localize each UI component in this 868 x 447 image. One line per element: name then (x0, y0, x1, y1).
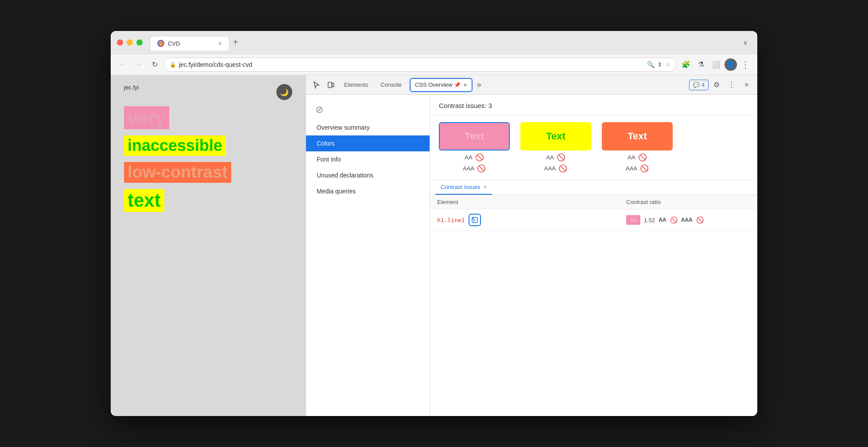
more-button[interactable]: ⋮ (739, 58, 752, 71)
ct-ratio-1: Aa 1.52 AA 🚫 AAA 🚫 (626, 215, 750, 225)
devtools-sidebar: ⊘ Overview summary Colors Font info Unus… (306, 95, 430, 416)
text-preview-pink[interactable]: Text (439, 122, 510, 150)
contrast-table-header: Element Contrast ratio (430, 195, 757, 209)
share-icon: ⬆ (657, 61, 663, 68)
inspect-element-button-1[interactable] (469, 214, 481, 226)
profile-button[interactable]: 👤 (725, 58, 737, 71)
css-overview-pin-icon: 📌 (454, 82, 461, 88)
element-selector-1: h1.line1 (437, 217, 465, 224)
devtools: Elements Console CSS Overview 📌 × » 💬 4 … (306, 75, 757, 416)
tab-close-button[interactable]: × (218, 40, 222, 46)
panel-tab-contrast-issues[interactable]: Contrast issues × (435, 180, 492, 195)
contrast-card-3: Text AA 🚫 AAA 🚫 (602, 122, 673, 173)
col-element-label: Element (437, 199, 626, 205)
page-top-row: jec.fyi 🌙 (124, 84, 292, 100)
sidebar-item-overview-summary[interactable]: Overview summary (306, 119, 430, 135)
aa-badge-1: AA (659, 217, 666, 223)
dark-mode-button[interactable]: 🌙 (276, 84, 292, 100)
sidebar-item-colors[interactable]: Colors (306, 135, 430, 151)
inspect-element-button[interactable] (310, 78, 324, 92)
devtools-main: Contrast issues: 3 Text AA 🚫 AAA (430, 95, 757, 416)
bookmark-icon: ☆ (665, 61, 671, 68)
aaa-label-1: AAA (463, 165, 474, 172)
tab-css-overview[interactable]: CSS Overview 📌 × (410, 78, 473, 92)
css-overview-label: CSS Overview (415, 81, 453, 88)
close-window-button[interactable] (117, 39, 123, 46)
ct-element-1: h1.line1 (437, 214, 626, 226)
devtools-close-button[interactable]: × (740, 78, 754, 92)
aa-label-3: AA (628, 154, 635, 161)
svg-point-3 (472, 218, 473, 219)
maximize-window-button[interactable] (136, 39, 143, 46)
aa-row-1: AA 🚫 (465, 153, 484, 162)
new-tab-button[interactable]: + (229, 37, 242, 47)
settings-button[interactable]: ⚙ (709, 78, 724, 92)
lab-button[interactable]: ⚗ (694, 58, 708, 71)
forward-button[interactable]: → (132, 58, 145, 71)
tab-favicon: 🎨 (157, 40, 164, 47)
panel-tab-close-button[interactable]: × (484, 184, 487, 190)
extensions-button[interactable]: 🧩 (679, 58, 693, 71)
device-toolbar-button[interactable] (324, 78, 338, 92)
main-area: jec.fyi 🌙 very inaccessible low-contrast… (111, 75, 757, 416)
minimize-window-button[interactable] (127, 39, 133, 46)
demo-word-low-contrast: low-contrast (124, 162, 231, 183)
text-preview-yellow[interactable]: Text (520, 122, 591, 150)
split-button[interactable]: ⬜ (709, 58, 723, 71)
text-preview-orange[interactable]: Text (602, 122, 673, 150)
nav-bar: ← → ↻ 🔒 jec.fyi/demo/cds-quest-cvd 🔍 ⬆ ☆… (111, 54, 757, 75)
aa-label-1: AA (465, 154, 472, 161)
panel-tabs: Contrast issues × (430, 180, 757, 195)
sidebar-item-unused-declarations[interactable]: Unused declarations (306, 167, 430, 183)
page-content: jec.fyi 🌙 very inaccessible low-contrast… (111, 75, 306, 416)
devtools-tabs: Elements Console CSS Overview 📌 × » (338, 78, 689, 92)
back-button[interactable]: ← (116, 58, 129, 71)
aaa-row-2: AAA 🚫 (544, 164, 567, 173)
nav-right-icons: 🧩 ⚗ ⬜ 👤 ⋮ (679, 58, 752, 71)
aa-fail-icon-3: 🚫 (638, 153, 647, 162)
sidebar-no-icon: ⊘ (311, 102, 327, 118)
tab-dropdown-button[interactable]: ∨ (740, 39, 751, 46)
contrast-card-2: Text AA 🚫 AAA 🚫 (520, 122, 591, 173)
aaa-row-1: AAA 🚫 (463, 164, 486, 173)
panel-tab-label: Contrast issues (441, 184, 480, 190)
title-bar: 🎨 CVD × + ∨ (111, 31, 757, 54)
tab-elements[interactable]: Elements (338, 78, 374, 92)
aa-fail-icon-1: 🚫 (475, 153, 484, 162)
css-overview-close-button[interactable]: × (463, 81, 467, 89)
tab-bar: 🎨 CVD × + ∨ (150, 34, 751, 50)
contrast-issues-header: Contrast issues: 3 (430, 95, 757, 115)
tab-console[interactable]: Console (374, 78, 408, 92)
col-ratio-label: Contrast ratio (626, 199, 750, 205)
aa-row-2: AA 🚫 (546, 153, 565, 162)
demo-word-inaccessible: inaccessible (124, 135, 226, 156)
issues-badge-button[interactable]: 💬 4 (689, 80, 709, 90)
issues-icon: 💬 (693, 82, 700, 88)
refresh-button[interactable]: ↻ (148, 58, 161, 71)
devtools-topbar: Elements Console CSS Overview 📌 × » 💬 4 … (306, 75, 757, 95)
aaa-label-3: AAA (626, 165, 637, 172)
demo-word-very: very (124, 106, 169, 129)
aaa-fail-icon-2: 🚫 (558, 164, 567, 173)
tab-title: CVD (168, 40, 180, 47)
contrast-card-1: Text AA 🚫 AAA 🚫 (439, 122, 510, 173)
cursor-icon (313, 81, 321, 89)
sidebar-item-media-queries[interactable]: Media queries (306, 183, 430, 199)
devtools-more-options-button[interactable]: ⋮ (725, 78, 739, 92)
contrast-sample-1: Aa (626, 215, 640, 225)
sidebar-item-font-info[interactable]: Font info (306, 151, 430, 167)
aaa-label-2: AAA (544, 165, 556, 172)
more-tabs-button[interactable]: » (474, 80, 484, 89)
table-row-1: h1.line1 Aa (430, 209, 757, 231)
contrast-issues-panel: Contrast issues × Element Contrast ratio… (430, 180, 757, 416)
aa-fail-table-1: 🚫 (670, 216, 678, 224)
aaa-badge-1: AAA (681, 217, 693, 223)
inspect-icon (471, 216, 478, 224)
aaa-fail-table-1: 🚫 (696, 216, 704, 224)
browser-tab[interactable]: 🎨 CVD × (150, 36, 229, 50)
address-bar[interactable]: 🔒 jec.fyi/demo/cds-quest-cvd 🔍 ⬆ ☆ (164, 58, 677, 72)
devtools-body: ⊘ Overview summary Colors Font info Unus… (306, 95, 757, 416)
aaa-row-3: AAA 🚫 (626, 164, 649, 173)
browser-window: 🎨 CVD × + ∨ ← → ↻ 🔒 jec.fyi/demo/cds-que… (111, 31, 757, 416)
contrast-ratio-value-1: 1.52 (644, 217, 655, 224)
